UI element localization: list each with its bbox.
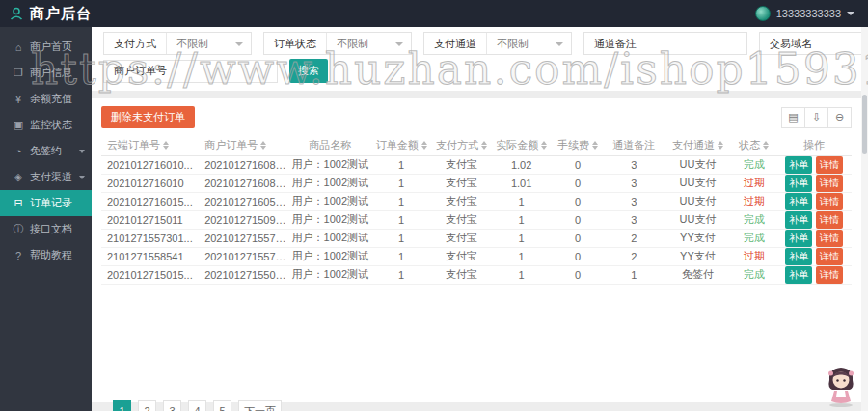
filter-label: 通道备注 bbox=[584, 37, 646, 51]
filter-columns-icon[interactable]: ▤ bbox=[781, 107, 805, 128]
reissue-button[interactable]: 补单 bbox=[785, 175, 812, 192]
detail-button[interactable]: 详情 bbox=[816, 211, 843, 229]
sort-icon[interactable] bbox=[592, 141, 598, 150]
sidebar-item-label: 帮助教程 bbox=[30, 248, 72, 262]
scrollbar-thumb[interactable] bbox=[862, 95, 867, 154]
cell-real_amount: 1 bbox=[492, 192, 552, 210]
sidebar-item-home[interactable]: ⌂商户首页 bbox=[0, 34, 92, 60]
print-icon[interactable]: ⊖ bbox=[827, 107, 852, 128]
user-menu[interactable]: 13333333333 bbox=[755, 6, 868, 21]
cell-real_amount: 1 bbox=[492, 229, 552, 247]
cell-cloud_no: 2101271557301... bbox=[101, 229, 199, 247]
search-button[interactable]: 搜索 bbox=[289, 59, 328, 83]
cell-actions: 补单详情 bbox=[776, 210, 852, 229]
home-icon: ⌂ bbox=[13, 41, 24, 53]
sidebar-item-api-doc[interactable]: ⓘ接口文档 bbox=[0, 216, 92, 242]
brand: 商户后台 bbox=[0, 5, 92, 23]
detail-button[interactable]: 详情 bbox=[816, 248, 843, 265]
page-item[interactable]: 1 bbox=[113, 400, 131, 411]
status-badge: 过期 bbox=[744, 177, 765, 188]
cell-merchant_no: 20210127155705 bbox=[199, 247, 288, 265]
column-header-4[interactable]: 支付方式 bbox=[431, 135, 491, 155]
cell-real_amount: 1.02 bbox=[492, 155, 552, 174]
cell-merchant_no: 20210127160804 bbox=[199, 174, 288, 192]
column-header-5[interactable]: 实际金额 bbox=[492, 135, 552, 155]
sort-icon[interactable] bbox=[481, 141, 487, 150]
reissue-button[interactable]: 补单 bbox=[785, 193, 812, 210]
filter-select-group-0: 支付方式不限制 bbox=[103, 32, 252, 55]
sidebar-item-monitor-status[interactable]: ▣监控状态 bbox=[0, 112, 92, 138]
column-header-0[interactable]: 云端订单号 bbox=[101, 135, 199, 155]
page-item[interactable]: 5 bbox=[213, 400, 231, 411]
reissue-button[interactable]: 补单 bbox=[785, 248, 812, 265]
column-header-8[interactable]: 支付通道 bbox=[664, 135, 731, 155]
scrollbar[interactable] bbox=[861, 27, 868, 411]
cell-method: 支付宝 bbox=[431, 192, 491, 210]
column-header-9[interactable]: 状态 bbox=[731, 135, 776, 155]
filter-select[interactable]: 不限制 bbox=[326, 33, 411, 54]
cell-status: 过期 bbox=[731, 192, 776, 210]
page-item[interactable]: 2 bbox=[138, 400, 156, 411]
detail-button[interactable]: 详情 bbox=[816, 156, 843, 174]
sort-icon[interactable] bbox=[763, 141, 769, 150]
sidebar-item-sign-free[interactable]: ◔免签约 bbox=[0, 138, 92, 164]
mascot-widget[interactable] bbox=[824, 365, 858, 411]
sidebar-item-recharge[interactable]: ¥余额充值 bbox=[0, 86, 92, 112]
export-icon[interactable]: ⇩ bbox=[804, 107, 828, 128]
filter-select[interactable]: 不限制 bbox=[166, 33, 251, 54]
cell-real_amount: 1 bbox=[492, 210, 552, 229]
sort-icon[interactable] bbox=[421, 141, 427, 150]
table-row: 2101271557301...20210127155741用户：1002测试1… bbox=[101, 229, 852, 247]
detail-button[interactable]: 详情 bbox=[816, 266, 843, 284]
page-item[interactable]: 下一页 bbox=[238, 400, 282, 411]
filter-select[interactable]: 不限制 bbox=[486, 33, 571, 54]
sort-icon[interactable] bbox=[718, 141, 723, 150]
cell-channel_note: 3 bbox=[604, 174, 664, 192]
page-item[interactable]: 4 bbox=[188, 400, 206, 411]
cell-channel_note: 3 bbox=[604, 192, 664, 210]
delete-unpaid-button[interactable]: 删除未支付订单 bbox=[101, 106, 195, 128]
cell-merchant_no: 20210127160549 bbox=[199, 192, 288, 210]
filter-label: 订单状态 bbox=[264, 37, 326, 51]
reissue-button[interactable]: 补单 bbox=[785, 230, 812, 247]
sidebar-item-merchant-info[interactable]: ❐商户信息 bbox=[0, 60, 92, 86]
detail-button[interactable]: 详情 bbox=[816, 193, 843, 210]
sidebar: ⌂商户首页❐商户信息¥余额充值▣监控状态◔免签约◈支付渠道⊟订单记录ⓘ接口文档?… bbox=[0, 27, 92, 411]
sort-icon[interactable] bbox=[260, 141, 266, 150]
cell-cloud_no: 2101271558541 bbox=[101, 247, 199, 265]
sort-icon[interactable] bbox=[163, 141, 169, 150]
table-row: 202101271601020210127160804用户：1002测试1支付宝… bbox=[101, 174, 852, 192]
column-label: 实际金额 bbox=[496, 139, 538, 151]
table-toolbar: 删除未支付订单 ▤⇩⊖ bbox=[101, 106, 852, 128]
cell-amount: 1 bbox=[371, 265, 431, 284]
sidebar-item-order-record[interactable]: ⊟订单记录 bbox=[0, 190, 92, 216]
cell-channel: YY支付 bbox=[664, 229, 731, 247]
cell-product: 用户：1002测试 bbox=[288, 229, 371, 247]
detail-button[interactable]: 详情 bbox=[816, 175, 843, 192]
cell-product: 用户：1002测试 bbox=[288, 174, 371, 192]
table-row: 202101271501120210127150915用户：1002测试1支付宝… bbox=[101, 210, 852, 229]
reissue-button[interactable]: 补单 bbox=[785, 211, 812, 229]
order-table: 云端订单号商户订单号商品名称订单金额支付方式实际金额手续费通道备注支付通道状态操… bbox=[101, 135, 852, 285]
column-header-6[interactable]: 手续费 bbox=[552, 135, 604, 155]
cell-channel: UU支付 bbox=[664, 210, 731, 229]
column-header-3[interactable]: 订单金额 bbox=[371, 135, 431, 155]
sidebar-item-pay-channel[interactable]: ◈支付渠道 bbox=[0, 164, 92, 190]
cell-method: 支付宝 bbox=[431, 210, 491, 229]
cell-actions: 补单详情 bbox=[776, 229, 852, 247]
reissue-button[interactable]: 补单 bbox=[785, 156, 812, 174]
reissue-button[interactable]: 补单 bbox=[785, 266, 812, 284]
cell-channel: YY支付 bbox=[664, 247, 731, 265]
filter-label: 商户订单号 bbox=[104, 64, 176, 78]
detail-button[interactable]: 详情 bbox=[816, 230, 843, 247]
column-header-1[interactable]: 商户订单号 bbox=[199, 135, 288, 155]
status-badge: 完成 bbox=[744, 213, 765, 225]
merchant-order-no-input[interactable] bbox=[176, 62, 277, 81]
sort-icon[interactable] bbox=[541, 141, 547, 150]
sidebar-item-label: 接口文档 bbox=[30, 222, 72, 236]
filter-text-input[interactable] bbox=[646, 34, 746, 53]
avatar[interactable] bbox=[755, 6, 771, 21]
order-table-card: 删除未支付订单 ▤⇩⊖ 云端订单号商户订单号商品名称订单金额支付方式实际金额手续… bbox=[92, 98, 861, 402]
sidebar-item-help[interactable]: ?帮助教程 bbox=[0, 242, 92, 268]
page-item[interactable]: 3 bbox=[163, 400, 181, 411]
